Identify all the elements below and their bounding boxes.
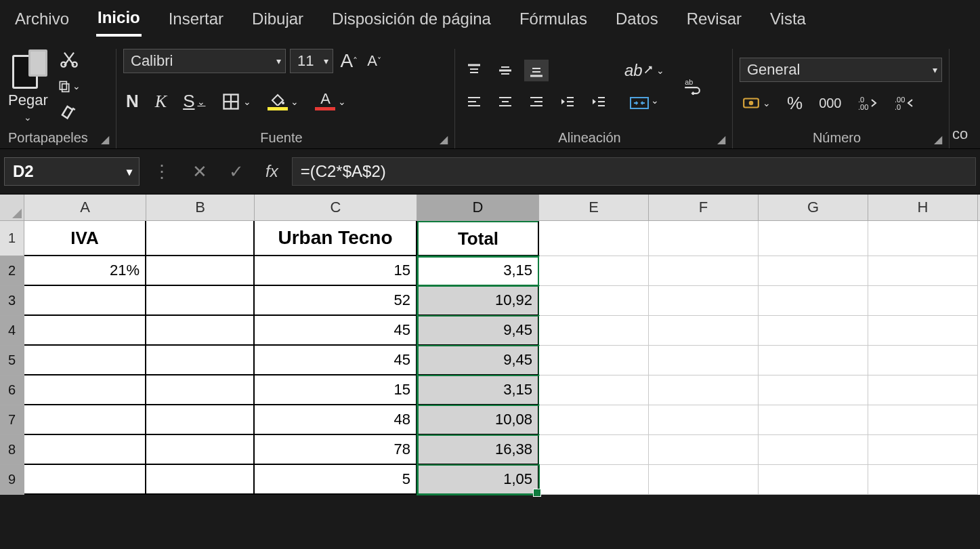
cell-A3[interactable]	[24, 286, 146, 316]
cell-C2[interactable]: 15	[255, 256, 417, 286]
cell-F9[interactable]	[649, 465, 759, 495]
cell-C6[interactable]: 15	[255, 375, 417, 405]
menu-insertar[interactable]: Insertar	[167, 7, 225, 35]
cell-C1[interactable]: Urban Tecno	[255, 221, 417, 256]
cell-B6[interactable]	[146, 375, 255, 405]
align-left-icon[interactable]	[462, 91, 486, 113]
font-dialog-launcher[interactable]: ◢	[440, 133, 448, 146]
cell-D8[interactable]: 16,38	[417, 435, 539, 465]
cell-D6[interactable]: 3,15	[417, 375, 539, 405]
cell-G1[interactable]	[759, 221, 868, 256]
col-header-G[interactable]: G	[759, 195, 868, 220]
cell-G6[interactable]	[759, 375, 868, 405]
row-header-3[interactable]: 3	[0, 286, 24, 316]
cell-G9[interactable]	[759, 465, 868, 495]
cell-G5[interactable]	[759, 346, 868, 375]
row-header-4[interactable]: 4	[0, 316, 24, 346]
font-size-select[interactable]: 11▾	[290, 49, 333, 73]
cell-H9[interactable]	[868, 465, 978, 495]
cell-B7[interactable]	[146, 405, 255, 435]
decrease-indent-icon[interactable]	[555, 91, 580, 113]
col-header-H[interactable]: H	[868, 195, 978, 220]
cell-E3[interactable]	[539, 286, 649, 316]
insert-function-icon[interactable]: fx	[257, 162, 286, 181]
cell-F7[interactable]	[649, 405, 759, 435]
decrease-decimal-icon[interactable]: .00.0	[892, 94, 918, 112]
cell-E5[interactable]	[539, 346, 649, 375]
cell-H2[interactable]	[868, 256, 978, 286]
currency-icon[interactable]: ⌄	[740, 94, 773, 112]
cell-G2[interactable]	[759, 256, 868, 286]
cell-C4[interactable]: 45	[255, 316, 417, 346]
col-header-A[interactable]: A	[24, 195, 146, 220]
alignment-dialog-launcher[interactable]: ◢	[717, 133, 725, 146]
cell-E7[interactable]	[539, 405, 649, 435]
menu-formulas[interactable]: Fórmulas	[518, 7, 589, 35]
cell-E6[interactable]	[539, 375, 649, 405]
cell-B4[interactable]	[146, 316, 255, 346]
cell-E2[interactable]	[539, 256, 649, 286]
cell-F3[interactable]	[649, 286, 759, 316]
row-header-8[interactable]: 8	[0, 435, 24, 465]
increase-decimal-icon[interactable]: .0.00	[855, 94, 881, 112]
cell-E9[interactable]	[539, 465, 649, 495]
cell-G4[interactable]	[759, 316, 868, 346]
cell-A8[interactable]	[24, 435, 146, 465]
row-header-7[interactable]: 7	[0, 405, 24, 435]
cancel-formula-icon[interactable]: ✕	[184, 161, 215, 182]
border-button[interactable]: ⌄	[219, 91, 254, 113]
menu-archivo[interactable]: Archivo	[14, 7, 70, 35]
cell-A6[interactable]	[24, 375, 146, 405]
row-header-5[interactable]: 5	[0, 346, 24, 375]
name-box[interactable]: D2▾	[4, 157, 140, 186]
fill-color-button[interactable]: ⌄	[265, 91, 301, 112]
cell-G8[interactable]	[759, 435, 868, 465]
cell-E8[interactable]	[539, 435, 649, 465]
row-header-9[interactable]: 9	[0, 465, 24, 495]
cell-A1[interactable]: IVA	[24, 221, 146, 256]
cell-A5[interactable]	[24, 346, 146, 375]
menu-dibujar[interactable]: Dibujar	[251, 7, 305, 35]
number-dialog-launcher[interactable]: ◢	[934, 133, 942, 146]
copy-icon[interactable]: ⌄	[58, 76, 81, 96]
font-color-button[interactable]: A ⌄	[312, 91, 349, 112]
col-header-F[interactable]: F	[649, 195, 759, 220]
cell-D5[interactable]: 9,45	[417, 346, 539, 375]
cell-H5[interactable]	[868, 346, 978, 375]
cell-D2[interactable]: 3,15	[417, 256, 539, 286]
increase-indent-icon[interactable]	[587, 91, 611, 113]
cell-C5[interactable]: 45	[255, 346, 417, 375]
formula-input[interactable]: =(C2*$A$2)	[292, 157, 976, 186]
row-header-6[interactable]: 6	[0, 375, 24, 405]
col-header-B[interactable]: B	[146, 195, 255, 220]
cell-H8[interactable]	[868, 435, 978, 465]
thousands-icon[interactable]: 000	[816, 94, 844, 113]
paste-icon[interactable]	[8, 49, 47, 92]
row-header-2[interactable]: 2	[0, 256, 24, 286]
cell-D7[interactable]: 10,08	[417, 405, 539, 435]
cell-E1[interactable]	[539, 221, 649, 256]
menu-disposicion[interactable]: Disposición de página	[331, 7, 492, 35]
font-family-select[interactable]: Calibri▾	[123, 49, 286, 73]
cell-D4[interactable]: 9,45	[417, 316, 539, 346]
cell-H1[interactable]	[868, 221, 978, 256]
cell-H3[interactable]	[868, 286, 978, 316]
row-header-1[interactable]: 1	[0, 221, 24, 256]
col-header-E[interactable]: E	[539, 195, 649, 220]
accept-formula-icon[interactable]: ✓	[221, 161, 252, 182]
paste-label[interactable]: Pegar	[8, 92, 48, 109]
cell-H6[interactable]	[868, 375, 978, 405]
cell-D9[interactable]: 1,05	[417, 465, 539, 495]
cell-G3[interactable]	[759, 286, 868, 316]
align-right-icon[interactable]	[524, 91, 549, 113]
cell-A9[interactable]	[24, 465, 146, 495]
clipboard-dialog-launcher[interactable]: ◢	[101, 133, 109, 146]
menu-datos[interactable]: Datos	[614, 7, 660, 35]
underline-button[interactable]: S⌄	[180, 89, 208, 113]
cell-B9[interactable]	[146, 465, 255, 495]
bold-button[interactable]: N	[123, 89, 142, 113]
menu-revisar[interactable]: Revisar	[685, 7, 743, 35]
cell-F2[interactable]	[649, 256, 759, 286]
cell-G7[interactable]	[759, 405, 868, 435]
cell-F6[interactable]	[649, 375, 759, 405]
